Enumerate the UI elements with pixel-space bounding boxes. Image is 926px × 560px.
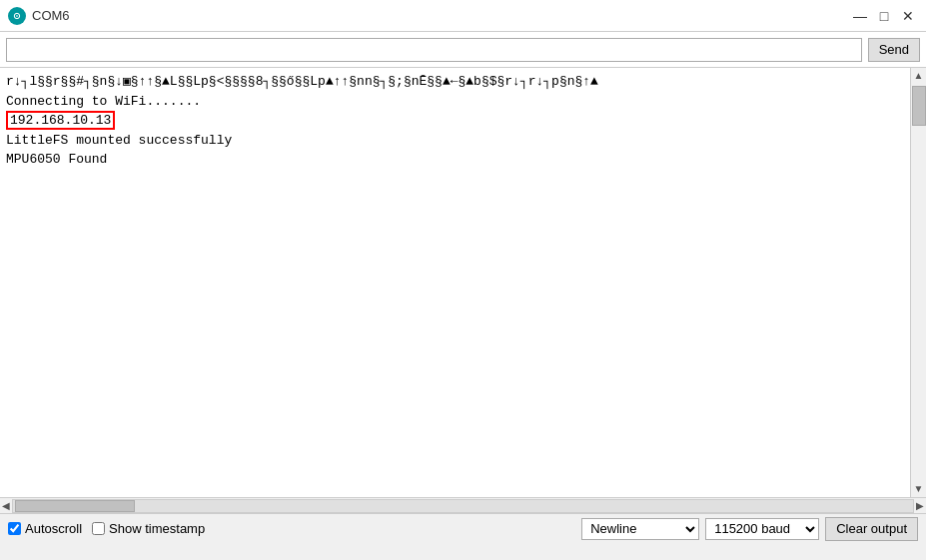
autoscroll-text: Autoscroll: [25, 521, 82, 536]
scroll-thumb-horizontal[interactable]: [15, 500, 135, 512]
show-timestamp-label[interactable]: Show timestamp: [92, 521, 205, 536]
scroll-up-arrow[interactable]: ▲: [914, 68, 924, 84]
newline-dropdown[interactable]: Newline No line ending Carriage return B…: [581, 518, 699, 540]
output-line-5: MPU6050 Found: [6, 150, 904, 170]
status-right: Newline No line ending Carriage return B…: [581, 517, 918, 541]
send-button[interactable]: Send: [868, 38, 920, 62]
window-controls: — □ ✕: [850, 6, 918, 26]
autoscroll-checkbox[interactable]: [8, 522, 21, 535]
scroll-down-arrow[interactable]: ▼: [914, 481, 924, 497]
show-timestamp-checkbox[interactable]: [92, 522, 105, 535]
minimize-button[interactable]: —: [850, 6, 870, 26]
scroll-left-arrow[interactable]: ◀: [2, 500, 10, 511]
title-bar-left: ⊙ COM6: [8, 7, 70, 25]
autoscroll-label[interactable]: Autoscroll: [8, 521, 82, 536]
output-line-4: LittleFS mounted successfully: [6, 131, 904, 151]
arduino-logo: ⊙: [8, 7, 26, 25]
vertical-scrollbar[interactable]: ▲ ▼: [910, 68, 926, 497]
output-line-1: r↓┐l§§r§§#┐§n§↓▣§↑↑§▲L§§Lp§<§§§§8┐§§ő§§L…: [6, 72, 904, 92]
show-timestamp-text: Show timestamp: [109, 521, 205, 536]
scroll-track-horizontal[interactable]: [12, 499, 914, 513]
serial-output[interactable]: r↓┐l§§r§§#┐§n§↓▣§↑↑§▲L§§Lp§<§§§§8┐§§ő§§L…: [0, 68, 910, 497]
maximize-button[interactable]: □: [874, 6, 894, 26]
serial-output-container: r↓┐l§§r§§#┐§n§↓▣§↑↑§▲L§§Lp§<§§§§8┐§§ő§§L…: [0, 68, 926, 497]
window-title: COM6: [32, 8, 70, 23]
title-bar: ⊙ COM6 — □ ✕: [0, 0, 926, 32]
close-button[interactable]: ✕: [898, 6, 918, 26]
status-left: Autoscroll Show timestamp: [8, 521, 571, 536]
output-line-3: 192.168.10.13: [6, 111, 115, 130]
serial-input[interactable]: [6, 38, 862, 62]
input-bar: Send: [0, 32, 926, 68]
status-bar: Autoscroll Show timestamp Newline No lin…: [0, 513, 926, 543]
baud-rate-dropdown[interactable]: 300 baud 1200 baud 2400 baud 4800 baud 9…: [705, 518, 819, 540]
output-line-2: Connecting to WiFi.......: [6, 92, 904, 112]
scroll-right-arrow[interactable]: ▶: [916, 500, 924, 511]
horizontal-scrollbar-container: ◀ ▶: [0, 497, 926, 513]
clear-output-button[interactable]: Clear output: [825, 517, 918, 541]
scroll-thumb-vertical[interactable]: [912, 86, 926, 126]
